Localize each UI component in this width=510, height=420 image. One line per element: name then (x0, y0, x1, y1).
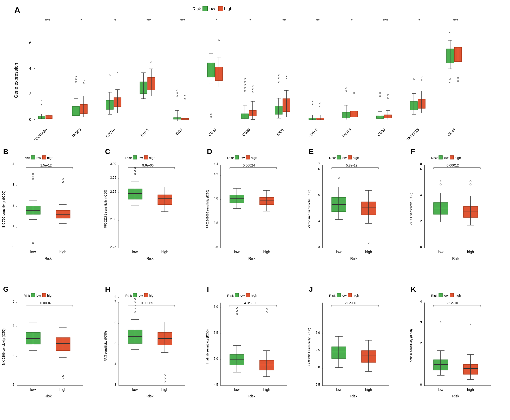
svg-point-155 (421, 76, 422, 77)
sig-TNFSF15: * (419, 18, 420, 23)
svg-point-139 (380, 96, 381, 97)
panel-d: D Risk low high 0.00024 3.6 3.8 4.0 4.2 … (204, 144, 306, 279)
svg-text:5.5: 5.5 (214, 331, 218, 335)
svg-point-197 (32, 176, 34, 177)
svg-text:4: 4 (318, 219, 320, 223)
svg-point-93 (252, 88, 253, 90)
svg-rect-469 (337, 293, 341, 297)
y-tick-6: 6 (29, 41, 31, 45)
svg-text:Risk: Risk (350, 256, 357, 261)
panel-k-svg: K Risk low high 2.2e-10 0 1 2 3 4 (408, 282, 510, 417)
svg-rect-388 (133, 293, 137, 297)
svg-point-60 (177, 96, 178, 97)
svg-rect-212 (133, 156, 137, 159)
xlabel-CD80: CD80 (376, 128, 386, 137)
svg-point-416 (134, 305, 136, 306)
svg-point-425 (164, 378, 166, 379)
svg-point-168 (457, 77, 459, 79)
svg-text:0: 0 (420, 383, 422, 386)
svg-text:high: high (353, 156, 359, 160)
svg-point-14 (41, 101, 42, 102)
svg-point-463 (266, 311, 267, 313)
xlabel-TNFSF15: TNFSF15 (406, 128, 420, 140)
svg-point-426 (164, 381, 166, 382)
svg-text:low: low (36, 294, 41, 297)
y-tick-2: 2 (29, 92, 31, 96)
svg-text:high: high (60, 250, 66, 254)
svg-point-455 (236, 310, 238, 312)
legend-high-box (218, 6, 223, 11)
svg-text:1: 1 (420, 362, 422, 366)
svg-point-170 (450, 32, 451, 33)
svg-point-130 (354, 92, 355, 94)
svg-text:Risk: Risk (125, 156, 132, 160)
svg-text:Risk: Risk (23, 156, 30, 160)
svg-point-77 (218, 40, 220, 41)
pval-d: 0.00024 (243, 163, 255, 167)
svg-point-424 (164, 375, 166, 376)
panel-a-label: A (14, 5, 20, 15)
legend-low-box (203, 6, 207, 11)
svg-point-531 (470, 323, 471, 325)
svg-point-26 (75, 79, 77, 80)
svg-point-153 (413, 79, 415, 80)
svg-rect-284 (348, 156, 352, 159)
panel-f-svg: F Risk low high 0.00012 0 2 4 6 8 (408, 144, 510, 279)
svg-text:low: low (138, 294, 143, 297)
svg-text:I: I (207, 285, 209, 293)
svg-text:Risk: Risk (329, 294, 336, 298)
pval-k: 2.2e-10 (447, 301, 458, 305)
svg-text:1: 1 (12, 224, 14, 228)
svg-point-118 (320, 106, 321, 107)
svg-text:low: low (138, 156, 143, 160)
svg-text:Erlotinib sensitivity (IC50): Erlotinib sensitivity (IC50) (409, 329, 413, 364)
svg-rect-434 (246, 293, 250, 297)
svg-text:0: 0 (420, 245, 422, 249)
sig-CD274: * (114, 18, 116, 23)
svg-point-305 (338, 177, 339, 179)
row-1: B Risk low high 1.5e-12 0 1 2 3 (0, 144, 510, 279)
svg-text:4: 4 (12, 324, 14, 328)
svg-point-340 (440, 184, 441, 185)
svg-text:high: high (251, 294, 257, 297)
xlabel-CD40: CD40 (207, 128, 217, 137)
sig-CD28: * (250, 18, 251, 23)
xlabel-TNSF4: TNSF4 (341, 128, 352, 139)
svg-point-117 (312, 100, 313, 102)
svg-text:Risk: Risk (248, 256, 256, 261)
pval-b: 1.5e-12 (40, 163, 52, 167)
svg-text:low: low (342, 294, 347, 297)
svg-text:8: 8 (114, 295, 116, 298)
pval-j: 2.3e-06 (345, 301, 356, 305)
sig-TNSF4: * (351, 18, 352, 23)
svg-text:PF662271 sensitivity (IC50): PF662271 sensitivity (IC50) (104, 190, 107, 228)
svg-text:2.75: 2.75 (110, 190, 116, 194)
panel-j-svg: J Risk low high 2.3e-06 -2.5 0.0 2.5 5.0 (306, 282, 408, 417)
svg-text:low: low (336, 388, 342, 392)
xlabel-CD44: CD44 (447, 128, 456, 137)
pval-g: 0.0004 (40, 301, 51, 305)
svg-text:GDC0941 sensitivity (IC50): GDC0941 sensitivity (IC50) (308, 328, 311, 365)
svg-point-61 (177, 92, 178, 94)
pval-e: 5.8e-12 (346, 163, 357, 167)
svg-point-63 (185, 98, 186, 99)
panel-g-svg: G Risk low high 0.0004 2 3 4 5 (0, 282, 102, 417)
svg-text:Risk: Risk (431, 294, 438, 298)
svg-text:low: low (30, 250, 36, 254)
svg-point-116 (312, 103, 313, 105)
svg-text:Risk: Risk (146, 256, 154, 261)
svg-point-140 (380, 92, 381, 94)
svg-text:2.25: 2.25 (110, 245, 116, 249)
svg-text:Risk: Risk (452, 394, 459, 398)
svg-point-417 (134, 302, 136, 303)
sig-CD80: *** (383, 18, 388, 23)
svg-point-107 (278, 74, 279, 76)
svg-rect-282 (337, 156, 341, 159)
svg-point-62 (177, 90, 178, 91)
panel-c: C Risk low high 9.6e-06 2.25 2.50 2.75 3… (102, 144, 204, 279)
svg-text:low: low (234, 250, 240, 254)
svg-text:high: high (365, 250, 372, 254)
svg-text:Risk: Risk (146, 394, 154, 398)
svg-text:high: high (47, 294, 54, 297)
svg-point-347 (470, 184, 471, 185)
